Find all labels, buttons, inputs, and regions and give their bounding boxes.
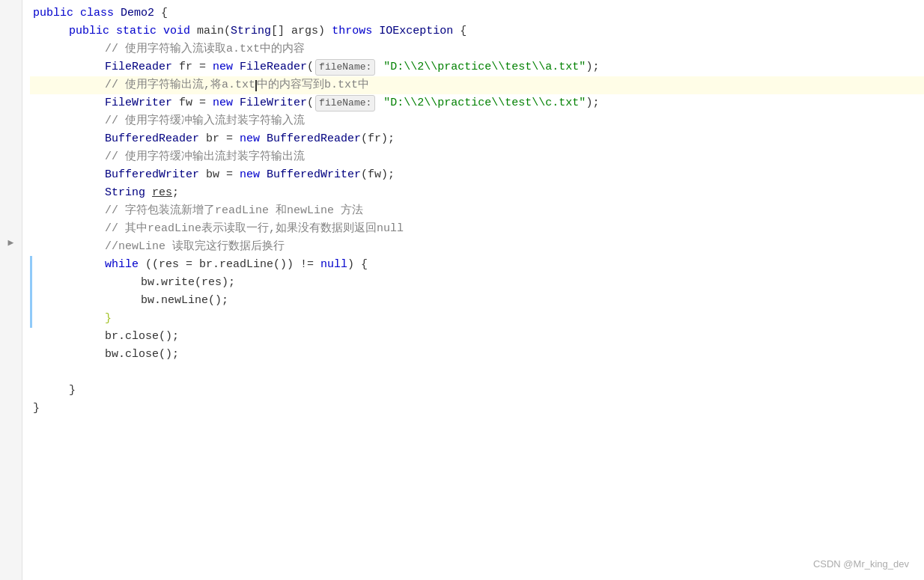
comment-4-text: // 使用字符缓冲输出流封装字符输出流 xyxy=(105,148,305,166)
gutter-17 xyxy=(7,268,15,284)
line-while: while ((res = br.readLine()) != null) { xyxy=(30,256,924,274)
line-comment7: //newLine 读取完这行数据后换行 xyxy=(30,238,924,256)
gutter-10 xyxy=(7,153,15,169)
kw-while: while xyxy=(105,256,139,274)
hint-filename2: fileName: xyxy=(315,95,375,112)
gutter-19 xyxy=(7,301,15,317)
line-bw-close: bw.close(); xyxy=(30,346,924,364)
line-bufferedreader: BufferedReader br = new BufferedReader(f… xyxy=(30,130,924,148)
class-name: Demo2 xyxy=(121,4,154,22)
gutter-2 xyxy=(7,21,15,37)
type-bufferedreader2: BufferedReader xyxy=(267,130,361,148)
gutter-7 xyxy=(7,103,15,120)
line-comment6: // 其中readLine表示读取一行,如果没有数据则返回null xyxy=(30,220,924,238)
kw-new3: new xyxy=(240,130,260,148)
watermark-text: CSDN @Mr_king_dev xyxy=(813,557,909,573)
var-res-while: res xyxy=(159,256,179,274)
method-readline: readLine xyxy=(219,256,273,274)
gutter-16 xyxy=(7,251,15,268)
line-comment4: // 使用字符缓冲输出流封装字符输出流 xyxy=(30,148,924,166)
code-content: public class Demo2 { public static void … xyxy=(22,0,924,580)
hint-filename1: fileName: xyxy=(315,59,375,76)
type-filereader: FileReader xyxy=(105,58,172,76)
gutter-23 xyxy=(7,367,15,383)
gutter-12 xyxy=(7,186,15,202)
type-ioexception: IOException xyxy=(379,22,453,40)
line-string-res: String res; xyxy=(30,184,924,202)
type-filereader2: FileReader xyxy=(240,58,307,76)
comment-6-text: // 其中readLine表示读取一行,如果没有数据则返回null xyxy=(105,220,404,238)
comment-7-text: //newLine 读取完这行数据后换行 xyxy=(105,238,285,256)
gutter-8 xyxy=(7,120,15,136)
gutter-22 xyxy=(7,350,15,367)
gutter-1 xyxy=(7,4,15,21)
line-br-close: br.close(); xyxy=(30,328,924,346)
method-br-close: close xyxy=(125,328,159,346)
str-path-c: "D:\\2\\practice\\test\\c.txt" xyxy=(383,94,586,112)
line-empty xyxy=(30,364,924,382)
comment-2-text: // 使用字符输出流,将a.txt xyxy=(105,76,255,94)
gutter-14 xyxy=(7,219,15,235)
comment-5-newline: newLine xyxy=(287,202,334,220)
comment-2-text2: 中的内容写到b.txt中 xyxy=(257,76,369,94)
line-filereader: FileReader fr = new FileReader(fileName:… xyxy=(30,58,924,76)
gutter-while: ▶ xyxy=(7,235,15,251)
class-close-brace: } xyxy=(33,400,40,418)
comment-1-text: // 使用字符输入流读取a.txt中的内容 xyxy=(105,40,305,58)
kw-new2: new xyxy=(213,94,233,112)
line-class-close: } xyxy=(30,400,924,418)
comment-5-readline: readLine xyxy=(215,202,269,220)
code-editor: ▶ public class Demo2 { public static voi… xyxy=(0,0,924,580)
gutter-11 xyxy=(7,169,15,186)
type-filewriter: FileWriter xyxy=(105,94,172,112)
kw-void: void xyxy=(163,22,190,40)
gutter-6 xyxy=(7,87,15,103)
var-res: res xyxy=(152,184,172,202)
main-close-brace: } xyxy=(69,382,76,400)
gutter-3 xyxy=(7,37,15,54)
kw-throws: throws xyxy=(332,22,372,40)
kw-public2: public xyxy=(69,22,109,40)
type-string-arr: String xyxy=(231,22,271,40)
line-filewriter: FileWriter fw = new FileWriter(fileName:… xyxy=(30,94,924,112)
kw-static: static xyxy=(116,22,156,40)
gutter-13 xyxy=(7,202,15,219)
line-bw-newline: bw.newLine(); xyxy=(30,292,924,310)
type-bufferedwriter2: BufferedWriter xyxy=(267,166,361,184)
line-main-close: } xyxy=(30,382,924,400)
line-bufferedwriter: BufferedWriter bw = new BufferedWriter(f… xyxy=(30,166,924,184)
method-newline: newLine xyxy=(161,292,208,310)
gutter-20 xyxy=(7,317,15,334)
gutter-5 xyxy=(7,70,15,87)
gutter-18 xyxy=(7,284,15,301)
type-bufferedreader: BufferedReader xyxy=(105,130,199,148)
line-bw-write: bw.write(res); xyxy=(30,274,924,292)
type-filewriter2: FileWriter xyxy=(240,94,307,112)
gutter-9 xyxy=(7,136,15,153)
close-brace-while: } xyxy=(105,310,112,328)
comment-5-text: // 字符包装流新增了 xyxy=(105,202,215,220)
kw-new4: new xyxy=(240,166,260,184)
line-close-brace: } xyxy=(30,310,924,328)
gutter-4 xyxy=(7,54,15,70)
line-comment3: // 使用字符缓冲输入流封装字符输入流 xyxy=(30,112,924,130)
line-comment1: // 使用字符输入流读取a.txt中的内容 xyxy=(30,40,924,58)
comment-5-method: 方法 xyxy=(334,202,363,220)
kw-null: null xyxy=(320,256,347,274)
comment-3-text: // 使用字符缓冲输入流封装字符输入流 xyxy=(105,112,305,130)
line-comment5: // 字符包装流新增了readLine 和newLine 方法 xyxy=(30,202,924,220)
type-string: String xyxy=(105,184,145,202)
type-bufferedwriter: BufferedWriter xyxy=(105,166,199,184)
gutter: ▶ xyxy=(0,0,22,580)
kw-public: public xyxy=(33,4,73,22)
str-path-a: "D:\\2\\practice\\test\\a.txt" xyxy=(383,58,586,76)
gutter-21 xyxy=(7,334,15,350)
line-main-method: public static void main(String[] args) t… xyxy=(30,22,924,40)
method-write: write xyxy=(161,274,195,292)
line-comment2-highlighted: // 使用字符输出流,将a.txt中的内容写到b.txt中 xyxy=(30,76,924,94)
var-res-write: res xyxy=(201,274,222,292)
kw-class: class xyxy=(80,4,114,22)
comment-5-and: 和 xyxy=(269,202,287,220)
method-bw-close: close xyxy=(125,346,159,364)
kw-new1: new xyxy=(213,58,233,76)
